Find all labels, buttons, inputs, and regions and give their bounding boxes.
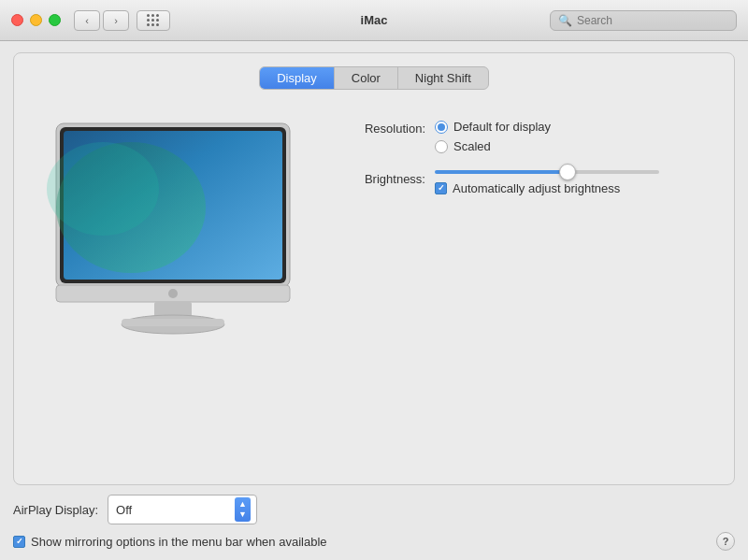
- mirroring-label: Show mirroring options in the menu bar w…: [31, 535, 327, 549]
- tab-group: Display Color Night Shift: [259, 66, 489, 90]
- grid-button[interactable]: [137, 10, 170, 31]
- resolution-controls: Default for display Scaled: [435, 120, 551, 153]
- resolution-default-option[interactable]: Default for display: [435, 120, 551, 134]
- window-title: iMac: [361, 13, 388, 27]
- resolution-scaled-option[interactable]: Scaled: [435, 139, 551, 153]
- traffic-lights: [11, 14, 61, 26]
- tab-bar: Display Color Night Shift: [14, 66, 734, 90]
- resolution-scaled-label: Scaled: [453, 139, 491, 153]
- svg-point-6: [168, 289, 178, 298]
- auto-brightness-option[interactable]: ✓ Automatically adjust brightness: [435, 181, 659, 195]
- resolution-scaled-radio[interactable]: [435, 140, 448, 153]
- minimize-button[interactable]: [30, 14, 42, 26]
- nav-buttons: ‹ ›: [74, 10, 129, 31]
- settings-area: Resolution: Default for display Scaled: [341, 105, 715, 466]
- monitor-area: [33, 105, 313, 466]
- tab-display[interactable]: Display: [260, 67, 335, 89]
- checkmark-icon: ✓: [438, 184, 445, 193]
- help-button[interactable]: ?: [716, 532, 735, 551]
- airplay-select[interactable]: Off ▲ ▼: [108, 495, 257, 524]
- mirroring-left: ✓ Show mirroring options in the menu bar…: [13, 535, 327, 549]
- brightness-label: Brightness:: [341, 170, 425, 186]
- airplay-value: Off: [116, 503, 132, 517]
- bottom-bar: AirPlay Display: Off ▲ ▼ ✓ Show mirrorin…: [0, 485, 748, 560]
- close-button[interactable]: [11, 14, 23, 26]
- resolution-default-radio[interactable]: [435, 121, 448, 134]
- grid-icon: [147, 14, 160, 27]
- tab-color[interactable]: Color: [335, 67, 398, 89]
- auto-brightness-label: Automatically adjust brightness: [453, 181, 620, 195]
- imac-illustration: [47, 114, 299, 338]
- search-icon: 🔍: [558, 14, 572, 27]
- maximize-button[interactable]: [49, 14, 61, 26]
- main-content: Display Color Night Shift: [0, 41, 748, 560]
- panel-inner: Resolution: Default for display Scaled: [14, 105, 734, 484]
- airplay-row: AirPlay Display: Off ▲ ▼: [13, 495, 735, 524]
- display-panel: Display Color Night Shift: [13, 52, 735, 485]
- mirroring-row: ✓ Show mirroring options in the menu bar…: [13, 532, 735, 551]
- chevron-up-icon: ▲: [238, 499, 247, 510]
- radio-inner-dot: [438, 123, 445, 131]
- title-bar: ‹ › iMac 🔍: [0, 0, 748, 41]
- tab-night-shift[interactable]: Night Shift: [398, 67, 488, 89]
- svg-point-4: [47, 142, 159, 236]
- resolution-label: Resolution:: [341, 120, 425, 136]
- chevron-down-icon: ▼: [238, 510, 247, 520]
- slider-container: [435, 170, 659, 174]
- resolution-row: Resolution: Default for display Scaled: [341, 120, 715, 153]
- mirroring-checkbox[interactable]: ✓: [13, 536, 25, 548]
- brightness-row: Brightness: ✓ Automatically adjust brigh…: [341, 170, 715, 195]
- auto-brightness-checkbox[interactable]: ✓: [435, 182, 447, 194]
- airplay-label: AirPlay Display:: [13, 503, 98, 517]
- forward-button[interactable]: ›: [103, 10, 129, 31]
- back-button[interactable]: ‹: [74, 10, 100, 31]
- search-bar[interactable]: 🔍: [550, 10, 737, 31]
- select-arrows-icon: ▲ ▼: [235, 497, 251, 522]
- resolution-default-label: Default for display: [453, 120, 551, 134]
- search-input[interactable]: [577, 14, 728, 27]
- brightness-slider[interactable]: [435, 170, 659, 174]
- mirroring-checkmark-icon: ✓: [16, 538, 23, 546]
- brightness-controls: ✓ Automatically adjust brightness: [435, 170, 659, 195]
- svg-rect-9: [122, 319, 224, 326]
